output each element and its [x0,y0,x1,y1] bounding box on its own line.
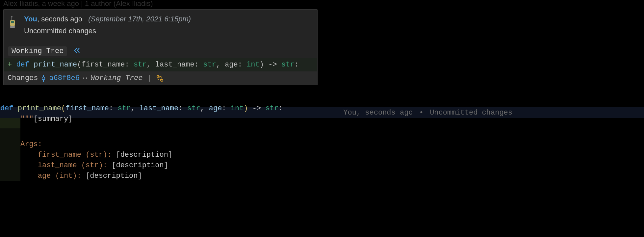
changes-label: Changes [8,74,38,82]
lparen: ( [77,61,81,69]
arrow: -> [264,61,281,69]
commit-hash[interactable]: a68f8e6 [49,74,79,82]
popup-header: You, seconds ago (September 17th, 2021 6… [4,10,317,44]
param3: age [225,61,238,69]
separator-pipe: | [146,74,153,82]
popup-author-line: You, seconds ago (September 17th, 2021 6… [24,15,191,23]
collapse-left-icon[interactable] [70,47,84,55]
e-p1: first_name [65,104,109,113]
d-p1: first_name [38,151,86,159]
svg-point-3 [11,16,13,17]
git-blame-hover-popup: You, seconds ago (September 17th, 2021 6… [3,9,318,85]
popup-changes-row: Changes a68f8e6 ↔ Working Tree | [4,71,317,85]
summary-ph: [summary] [34,115,73,123]
d-t2: (str) [81,161,103,170]
comma2: , [216,61,225,69]
d-p3: age [38,172,55,180]
inline-blame-dot: • [417,109,425,117]
code-line-arg2[interactable]: last_name (str): [description] [0,160,644,171]
code-line-arg3[interactable]: age (int): [description] [0,171,644,181]
triple-quote: """ [20,115,34,123]
e-t1: str [117,104,131,113]
code-editor[interactable]: def print_name(first_name: str, last_nam… [0,107,644,181]
d-p2: last_name [38,161,81,170]
diff-plus: + [8,61,16,69]
rettype: str [281,61,295,69]
kw-def-e: def [0,104,18,113]
d-t1: (str) [86,151,107,159]
gutter-marker [0,139,20,149]
code-line-arg1[interactable]: first_name (str): [description] [0,149,644,160]
param2: last_name [155,61,194,69]
svg-rect-4 [10,26,15,28]
gutter-marker [0,160,20,171]
d-t3: (int) [55,172,77,180]
author-time-rel: , seconds ago [37,15,82,23]
sep3a: : [238,61,246,69]
type1: str [134,61,147,69]
d-c1: : [107,151,116,159]
working-tree-row: Working Tree [4,44,317,58]
d-c2: : [103,161,112,170]
sep2a: : [194,61,203,69]
d-desc1: [description] [116,151,172,159]
working-tree-tag[interactable]: Working Tree [8,46,67,56]
code-line-def[interactable]: def print_name(first_name: str, last_nam… [0,107,644,118]
diff-added-line: + def print_name(first_name: str, last_n… [4,58,317,71]
func-name: print_name [34,61,77,69]
inline-blame: You, seconds ago • Uncommitted changes [343,109,644,117]
commit-icon [41,75,46,82]
type3: int [246,61,260,69]
blame-line-behind: Alex Iliadis, a week ago | 1 author (Ale… [3,0,153,8]
d-c3: : [77,172,86,180]
compare-changes-icon[interactable] [156,75,164,82]
code-line-blank[interactable] [0,128,644,139]
e-t2: str [187,104,200,113]
e-p3: age [209,104,222,113]
d-desc2: [description] [112,161,168,170]
gutter-marker [0,149,20,160]
inline-blame-author: You, seconds ago [343,109,413,117]
param1: first_name [81,61,125,69]
rparen: ) [260,61,264,69]
endcolon: : [294,61,298,69]
e-t3: int [231,104,244,113]
sep1a: : [125,61,133,69]
e-p2: last_name [140,104,179,113]
arrow-leftright-icon: ↔ [83,74,87,82]
code-line-args[interactable]: Args: [0,139,644,149]
popup-commit-message: Uncommitted changes [24,23,191,41]
author-timestamp: (September 17th, 2021 6:15pm) [88,15,191,23]
working-tree-italic: Working Tree [90,74,142,82]
author-avatar-icon [8,15,17,30]
gutter-marker [0,171,20,181]
e-ret: str [265,104,278,113]
comma1: , [147,61,155,69]
svg-point-5 [42,77,45,79]
gutter-marker [0,128,20,139]
type2: str [203,61,216,69]
inline-blame-msg: Uncommitted changes [430,109,512,117]
fn-name-e: print_name [18,104,61,113]
gutter-marker [0,118,20,128]
args-label: Args: [20,140,42,148]
author-you: You [24,15,37,23]
svg-rect-1 [11,21,14,23]
kw-def: def [16,61,34,69]
d-desc3: [description] [86,172,142,180]
